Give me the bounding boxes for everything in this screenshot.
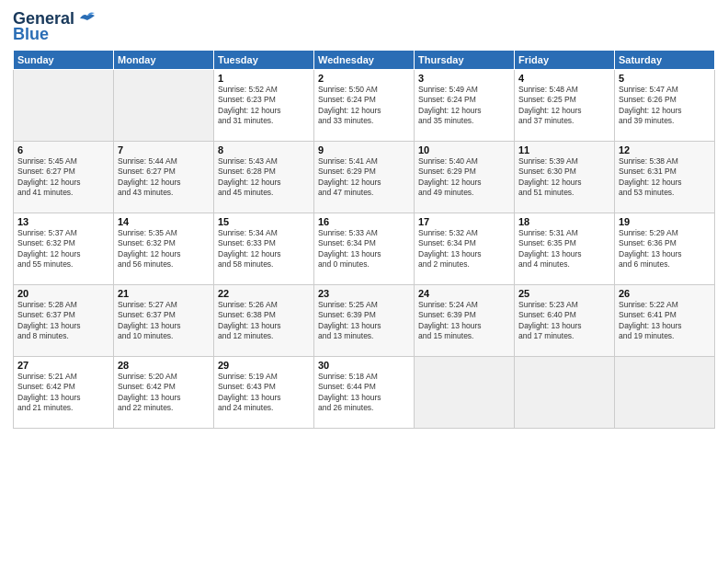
day-info: Sunrise: 5:21 AMSunset: 6:42 PMDaylight:… <box>17 372 109 414</box>
day-number: 28 <box>118 360 210 371</box>
day-number: 23 <box>318 288 410 299</box>
calendar-cell: 8Sunrise: 5:43 AMSunset: 6:28 PMDaylight… <box>214 142 314 213</box>
day-info: Sunrise: 5:40 AMSunset: 6:29 PMDaylight:… <box>418 156 510 199</box>
day-info: Sunrise: 5:34 AMSunset: 6:33 PMDaylight:… <box>218 228 310 270</box>
day-number: 20 <box>17 288 109 299</box>
calendar-cell: 9Sunrise: 5:41 AMSunset: 6:29 PMDaylight… <box>314 142 415 213</box>
calendar-cell: 16Sunrise: 5:33 AMSunset: 6:34 PMDayligh… <box>314 213 415 285</box>
logo-bird-icon <box>78 11 97 26</box>
calendar-cell: 11Sunrise: 5:39 AMSunset: 6:30 PMDayligh… <box>515 142 615 213</box>
day-info: Sunrise: 5:45 AMSunset: 6:27 PMDaylight:… <box>17 156 109 199</box>
day-number: 14 <box>118 216 210 227</box>
calendar-cell: 7Sunrise: 5:44 AMSunset: 6:27 PMDaylight… <box>114 142 214 213</box>
weekday-header-tuesday: Tuesday <box>214 51 314 70</box>
day-info: Sunrise: 5:29 AMSunset: 6:36 PMDaylight:… <box>619 228 711 270</box>
day-info: Sunrise: 5:41 AMSunset: 6:29 PMDaylight:… <box>318 156 410 199</box>
day-info: Sunrise: 5:20 AMSunset: 6:42 PMDaylight:… <box>118 372 210 414</box>
day-number: 16 <box>318 216 410 227</box>
day-number: 24 <box>418 288 510 299</box>
calendar-cell: 12Sunrise: 5:38 AMSunset: 6:31 PMDayligh… <box>615 142 715 213</box>
calendar-week-4: 20Sunrise: 5:28 AMSunset: 6:37 PMDayligh… <box>14 285 715 357</box>
weekday-header-row: SundayMondayTuesdayWednesdayThursdayFrid… <box>14 51 715 70</box>
day-info: Sunrise: 5:37 AMSunset: 6:32 PMDaylight:… <box>17 228 109 270</box>
day-info: Sunrise: 5:18 AMSunset: 6:44 PMDaylight:… <box>318 372 410 414</box>
day-number: 18 <box>518 216 610 227</box>
weekday-header-wednesday: Wednesday <box>314 51 415 70</box>
day-info: Sunrise: 5:26 AMSunset: 6:38 PMDaylight:… <box>218 300 310 342</box>
calendar-cell: 29Sunrise: 5:19 AMSunset: 6:43 PMDayligh… <box>214 357 314 429</box>
day-number: 3 <box>418 73 510 84</box>
day-info: Sunrise: 5:43 AMSunset: 6:28 PMDaylight:… <box>218 156 310 199</box>
calendar-cell: 15Sunrise: 5:34 AMSunset: 6:33 PMDayligh… <box>214 213 314 285</box>
calendar-cell: 1Sunrise: 5:52 AMSunset: 6:23 PMDaylight… <box>214 70 314 142</box>
day-info: Sunrise: 5:22 AMSunset: 6:41 PMDaylight:… <box>619 300 711 342</box>
day-info: Sunrise: 5:28 AMSunset: 6:37 PMDaylight:… <box>17 300 109 342</box>
calendar-cell: 18Sunrise: 5:31 AMSunset: 6:35 PMDayligh… <box>515 213 615 285</box>
calendar-cell: 24Sunrise: 5:24 AMSunset: 6:39 PMDayligh… <box>415 285 515 357</box>
day-info: Sunrise: 5:44 AMSunset: 6:27 PMDaylight:… <box>118 156 210 199</box>
day-info: Sunrise: 5:52 AMSunset: 6:23 PMDaylight:… <box>218 85 310 127</box>
calendar-cell: 27Sunrise: 5:21 AMSunset: 6:42 PMDayligh… <box>14 357 114 429</box>
weekday-header-sunday: Sunday <box>14 51 114 70</box>
day-info: Sunrise: 5:47 AMSunset: 6:26 PMDaylight:… <box>619 85 711 127</box>
day-info: Sunrise: 5:25 AMSunset: 6:39 PMDaylight:… <box>318 300 410 342</box>
day-info: Sunrise: 5:39 AMSunset: 6:30 PMDaylight:… <box>518 156 610 199</box>
calendar-cell <box>14 70 114 142</box>
calendar-cell <box>114 70 214 142</box>
calendar-cell <box>415 357 515 429</box>
day-number: 7 <box>118 144 210 155</box>
page-container: General Blue SundayMondayTuesdayWednesda… <box>0 0 728 434</box>
day-number: 22 <box>218 288 310 299</box>
day-info: Sunrise: 5:49 AMSunset: 6:24 PMDaylight:… <box>418 85 510 127</box>
calendar-cell: 25Sunrise: 5:23 AMSunset: 6:40 PMDayligh… <box>515 285 615 357</box>
day-info: Sunrise: 5:48 AMSunset: 6:25 PMDaylight:… <box>518 85 610 127</box>
calendar-cell: 4Sunrise: 5:48 AMSunset: 6:25 PMDaylight… <box>515 70 615 142</box>
day-number: 26 <box>619 288 711 299</box>
weekday-header-monday: Monday <box>114 51 214 70</box>
day-info: Sunrise: 5:27 AMSunset: 6:37 PMDaylight:… <box>118 300 210 342</box>
day-info: Sunrise: 5:19 AMSunset: 6:43 PMDaylight:… <box>218 372 310 414</box>
day-number: 6 <box>17 144 109 155</box>
logo-blue: Blue <box>13 25 49 44</box>
weekday-header-saturday: Saturday <box>615 51 715 70</box>
day-number: 21 <box>118 288 210 299</box>
day-number: 29 <box>218 360 310 371</box>
logo: General Blue <box>13 9 97 44</box>
calendar-cell: 17Sunrise: 5:32 AMSunset: 6:34 PMDayligh… <box>415 213 515 285</box>
day-info: Sunrise: 5:31 AMSunset: 6:35 PMDaylight:… <box>518 228 610 270</box>
calendar-cell: 20Sunrise: 5:28 AMSunset: 6:37 PMDayligh… <box>14 285 114 357</box>
calendar-cell: 23Sunrise: 5:25 AMSunset: 6:39 PMDayligh… <box>314 285 415 357</box>
day-info: Sunrise: 5:33 AMSunset: 6:34 PMDaylight:… <box>318 228 410 270</box>
day-number: 4 <box>518 73 610 84</box>
calendar-week-5: 27Sunrise: 5:21 AMSunset: 6:42 PMDayligh… <box>14 357 715 429</box>
calendar-cell: 3Sunrise: 5:49 AMSunset: 6:24 PMDaylight… <box>415 70 515 142</box>
day-number: 8 <box>218 144 310 155</box>
day-info: Sunrise: 5:32 AMSunset: 6:34 PMDaylight:… <box>418 228 510 270</box>
day-number: 13 <box>17 216 109 227</box>
calendar-cell: 26Sunrise: 5:22 AMSunset: 6:41 PMDayligh… <box>615 285 715 357</box>
weekday-header-thursday: Thursday <box>415 51 515 70</box>
day-number: 27 <box>17 360 109 371</box>
day-number: 15 <box>218 216 310 227</box>
calendar-cell: 22Sunrise: 5:26 AMSunset: 6:38 PMDayligh… <box>214 285 314 357</box>
calendar-cell <box>615 357 715 429</box>
calendar-cell: 21Sunrise: 5:27 AMSunset: 6:37 PMDayligh… <box>114 285 214 357</box>
day-info: Sunrise: 5:50 AMSunset: 6:24 PMDaylight:… <box>318 85 410 127</box>
calendar-week-3: 13Sunrise: 5:37 AMSunset: 6:32 PMDayligh… <box>14 213 715 285</box>
day-number: 10 <box>418 144 510 155</box>
calendar-week-2: 6Sunrise: 5:45 AMSunset: 6:27 PMDaylight… <box>14 142 715 213</box>
calendar-cell: 30Sunrise: 5:18 AMSunset: 6:44 PMDayligh… <box>314 357 415 429</box>
calendar-cell: 10Sunrise: 5:40 AMSunset: 6:29 PMDayligh… <box>415 142 515 213</box>
calendar-cell: 28Sunrise: 5:20 AMSunset: 6:42 PMDayligh… <box>114 357 214 429</box>
day-number: 5 <box>619 73 711 84</box>
day-number: 25 <box>518 288 610 299</box>
day-number: 19 <box>619 216 711 227</box>
day-number: 17 <box>418 216 510 227</box>
weekday-header-friday: Friday <box>515 51 615 70</box>
calendar-cell <box>515 357 615 429</box>
day-number: 9 <box>318 144 410 155</box>
day-number: 30 <box>318 360 410 371</box>
calendar-cell: 14Sunrise: 5:35 AMSunset: 6:32 PMDayligh… <box>114 213 214 285</box>
day-number: 12 <box>619 144 711 155</box>
day-info: Sunrise: 5:35 AMSunset: 6:32 PMDaylight:… <box>118 228 210 270</box>
